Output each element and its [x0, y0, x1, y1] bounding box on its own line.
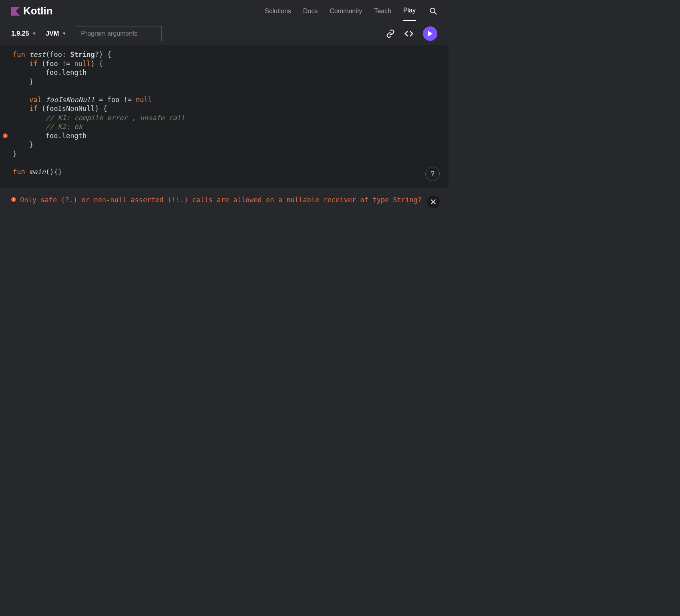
header: Kotlin SolutionsDocsCommunityTeachPlay: [0, 0, 449, 22]
target-dropdown[interactable]: JVM ▼: [46, 30, 66, 37]
help-button[interactable]: ?: [425, 167, 440, 181]
error-icon: [11, 197, 16, 202]
target-label: JVM: [46, 30, 59, 37]
output-console: Only safe (?.) or non-null asserted (!!.…: [0, 188, 449, 411]
code-content[interactable]: fun test(foo: String?) { if (foo != null…: [0, 50, 449, 176]
brand-name: Kotlin: [23, 5, 53, 17]
nav-item-teach[interactable]: Teach: [374, 2, 391, 21]
help-label: ?: [431, 170, 435, 178]
nav-item-community[interactable]: Community: [330, 2, 362, 21]
version-label: 1.9.25: [11, 30, 29, 37]
nav-item-docs[interactable]: Docs: [303, 2, 318, 21]
brand-logo[interactable]: Kotlin: [11, 5, 53, 17]
embed-code-icon[interactable]: [404, 29, 413, 38]
playground-toolbar: 1.9.25 ▼ JVM ▼: [0, 22, 449, 45]
main-nav: SolutionsDocsCommunityTeachPlay: [265, 1, 437, 21]
svg-line-1: [435, 12, 437, 14]
search-icon[interactable]: [429, 7, 437, 15]
nav-item-solutions[interactable]: Solutions: [265, 2, 291, 21]
code-editor[interactable]: fun test(foo: String?) { if (foo != null…: [0, 45, 449, 188]
program-arguments-input[interactable]: [76, 26, 162, 41]
console-error-message: Only safe (?.) or non-null asserted (!!.…: [20, 195, 429, 204]
run-button[interactable]: [423, 26, 437, 41]
close-console-button[interactable]: [427, 195, 440, 208]
version-dropdown[interactable]: 1.9.25 ▼: [11, 30, 36, 37]
editor-gutter: [0, 45, 10, 176]
error-icon[interactable]: [3, 133, 8, 138]
nav-item-play[interactable]: Play: [403, 1, 416, 21]
chevron-down-icon: ▼: [32, 31, 36, 36]
chevron-down-icon: ▼: [62, 31, 66, 36]
share-link-icon[interactable]: [386, 29, 395, 38]
kotlin-logo-icon: [11, 7, 20, 16]
